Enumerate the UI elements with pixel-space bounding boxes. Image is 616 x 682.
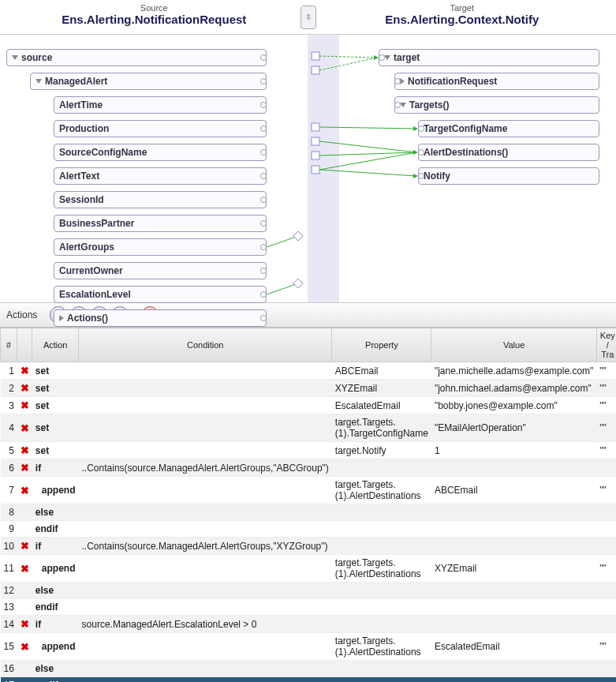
row-delete[interactable]: ✖ <box>17 380 32 397</box>
row-value <box>431 677 596 683</box>
action-row[interactable]: 8else <box>1 504 617 521</box>
row-value <box>431 616 596 633</box>
col-num-header[interactable]: # <box>1 328 17 362</box>
row-condition <box>79 362 332 380</box>
action-row[interactable]: 11✖appendtarget.Targets.(1).AlertDestina… <box>1 555 617 583</box>
target-root-label: target <box>394 52 420 63</box>
delete-icon[interactable]: ✖ <box>21 462 29 474</box>
target-tree: target NotificationRequest Targets() Tar… <box>339 35 616 302</box>
row-condition <box>79 414 332 442</box>
action-row[interactable]: 16else <box>1 661 617 677</box>
source-field-node[interactable]: SourceConfigName <box>54 144 267 161</box>
source-field-node[interactable]: AlertTime <box>54 96 267 114</box>
col-property-header[interactable]: Property <box>332 328 431 362</box>
row-delete[interactable]: ✖ <box>17 414 32 442</box>
row-value: ABCEmail <box>431 477 596 504</box>
alert-destinations-node[interactable]: AlertDestinations() <box>418 144 599 161</box>
row-delete[interactable]: ✖ <box>17 477 32 504</box>
delete-icon[interactable]: ✖ <box>21 382 29 394</box>
col-action-header[interactable]: Action <box>32 328 79 362</box>
row-action: if <box>32 538 79 555</box>
action-row[interactable]: 4✖settarget.Targets.(1).TargetConfigName… <box>1 414 617 442</box>
row-property <box>332 661 431 677</box>
row-key <box>596 677 616 683</box>
row-action: append <box>32 633 79 661</box>
source-field-label: BusinessPartner <box>59 218 134 229</box>
source-field-node[interactable]: SessionId <box>54 191 267 208</box>
action-row[interactable]: 13endif <box>1 599 617 616</box>
row-key <box>596 661 616 677</box>
row-action: else <box>32 661 79 677</box>
row-value: "EMailAlertOperation" <box>431 414 596 442</box>
delete-icon[interactable]: ✖ <box>21 422 29 434</box>
row-delete[interactable]: ✖ <box>17 459 32 477</box>
row-action: endif <box>32 677 79 683</box>
target-root-node[interactable]: target <box>379 49 599 66</box>
row-delete[interactable]: ✖ <box>17 555 32 583</box>
action-row[interactable]: 10✖if..Contains(source.ManagedAlert.Aler… <box>1 538 617 555</box>
row-value <box>431 599 596 616</box>
source-field-node[interactable]: BusinessPartner <box>54 215 267 232</box>
action-row[interactable]: 17endif <box>1 677 617 683</box>
source-field-node[interactable]: Actions() <box>54 309 267 327</box>
row-condition <box>79 380 332 397</box>
row-delete[interactable]: ✖ <box>17 362 32 380</box>
row-key <box>596 459 616 477</box>
source-field-node[interactable]: CurrentOwner <box>54 262 267 279</box>
row-delete[interactable]: ✖ <box>17 442 32 459</box>
splitter-handle[interactable]: ⇕ <box>301 6 316 29</box>
delete-icon[interactable]: ✖ <box>21 563 29 575</box>
action-row[interactable]: 7✖appendtarget.Targets.(1).AlertDestinat… <box>1 477 617 504</box>
row-number: 7 <box>1 477 17 504</box>
notification-request-node[interactable]: NotificationRequest <box>394 73 599 90</box>
source-field-node[interactable]: AlertText <box>54 167 267 185</box>
col-key-header[interactable]: Key / Tra <box>596 328 616 362</box>
action-row[interactable]: 5✖settarget.Notify1"" <box>1 442 617 459</box>
source-root-node[interactable]: source <box>6 49 267 66</box>
row-condition <box>79 599 332 616</box>
delete-icon[interactable]: ✖ <box>21 399 29 411</box>
source-field-node[interactable]: AlertGroups <box>54 238 267 256</box>
row-number: 9 <box>1 521 17 538</box>
delete-icon[interactable]: ✖ <box>21 540 29 552</box>
action-row[interactable]: 9endif <box>1 521 617 538</box>
source-title: Ens.Alerting.NotificationRequest <box>0 13 308 26</box>
action-row[interactable]: 1✖setABCEmail"jane.michelle.adams@exampl… <box>1 362 617 380</box>
row-delete[interactable]: ✖ <box>17 633 32 661</box>
row-property: target.Targets.(1).TargetConfigName <box>332 414 431 442</box>
action-row[interactable]: 6✖if..Contains(source.ManagedAlert.Alert… <box>1 459 617 477</box>
col-value-header[interactable]: Value <box>431 328 596 362</box>
row-delete[interactable]: ✖ <box>17 616 32 633</box>
source-field-node[interactable]: EscalationLevel <box>54 286 267 303</box>
actions-label: Actions <box>6 309 37 320</box>
action-row[interactable]: 12else <box>1 583 617 599</box>
notify-label: Notify <box>424 170 450 182</box>
target-config-name-node[interactable]: TargetConfigName <box>418 120 599 137</box>
action-row[interactable]: 15✖appendtarget.Targets.(1).AlertDestina… <box>1 633 617 661</box>
row-key <box>596 616 616 633</box>
targets-node[interactable]: Targets() <box>394 96 599 114</box>
row-value <box>431 538 596 555</box>
row-property: XYZEmail <box>332 380 431 397</box>
delete-icon[interactable]: ✖ <box>21 365 29 377</box>
col-del-header[interactable] <box>17 328 32 362</box>
row-delete[interactable]: ✖ <box>17 538 32 555</box>
row-delete[interactable]: ✖ <box>17 397 32 414</box>
source-root-label: source <box>21 52 52 63</box>
notify-node[interactable]: Notify <box>418 167 599 185</box>
col-condition-header[interactable]: Condition <box>79 328 332 362</box>
action-row[interactable]: 3✖setEscalatedEmail"bobby.jones@example.… <box>1 397 617 414</box>
action-row[interactable]: 14✖ifsource.ManagedAlert.EscalationLevel… <box>1 616 617 633</box>
row-property: target.Targets.(1).AlertDestinations <box>332 555 431 583</box>
delete-icon[interactable]: ✖ <box>21 618 29 630</box>
row-condition <box>79 677 332 683</box>
row-action: else <box>32 583 79 599</box>
source-field-node[interactable]: Production <box>54 120 267 137</box>
action-row[interactable]: 2✖setXYZEmail"john.michael.adams@example… <box>1 380 617 397</box>
delete-icon[interactable]: ✖ <box>21 641 29 653</box>
delete-icon[interactable]: ✖ <box>21 444 29 456</box>
delete-icon[interactable]: ✖ <box>21 485 29 497</box>
managed-alert-node[interactable]: ManagedAlert <box>30 73 267 90</box>
targets-label: Targets() <box>409 99 449 111</box>
row-number: 1 <box>1 362 17 380</box>
